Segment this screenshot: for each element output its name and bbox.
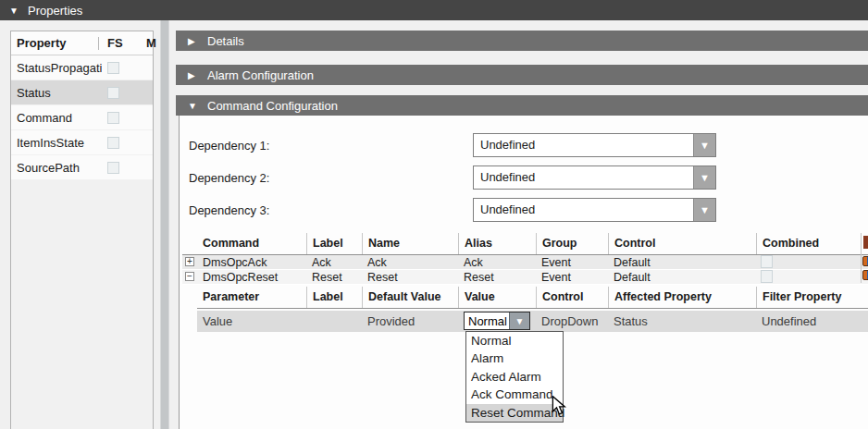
- column-header-property[interactable]: Property: [17, 36, 66, 50]
- dropdown-option-reset-command[interactable]: Reset Command: [466, 404, 563, 422]
- property-row-iteminsstate[interactable]: ItemInsState: [11, 130, 153, 155]
- command-table: Command Label Name Alias Group Control C…: [182, 233, 868, 285]
- property-table: Property FS M StatusPropagation Status C…: [10, 31, 154, 429]
- dropdown-arrow-button[interactable]: ▼: [509, 313, 529, 329]
- clipped-row-icon: [862, 256, 868, 266]
- cell-filter-property: Undefined: [756, 311, 862, 332]
- section-label: Command Configuration: [207, 99, 338, 113]
- cell-control: DropDown: [536, 311, 608, 332]
- dropdown-arrow-button[interactable]: ▼: [693, 166, 715, 189]
- property-row-sourcepath[interactable]: SourcePath: [11, 155, 153, 180]
- column-header-affected-property[interactable]: Affected Property: [608, 287, 756, 308]
- section-label: Alarm Configuration: [207, 68, 314, 82]
- dependency-1-combobox[interactable]: Undefined ▼: [473, 133, 716, 157]
- property-label: ItemInsState: [17, 136, 102, 150]
- column-header-default-value[interactable]: Default Value: [362, 287, 458, 308]
- cell-name: Ack: [362, 255, 458, 269]
- dependency-3-combobox[interactable]: Undefined ▼: [473, 198, 716, 222]
- dropdown-arrow-icon: ▼: [515, 316, 525, 326]
- expand-arrow-icon: ▶: [188, 36, 207, 46]
- cell-name: Reset: [362, 270, 458, 284]
- cell-control: Default: [608, 270, 756, 284]
- combined-checkbox[interactable]: [761, 255, 773, 268]
- collapse-arrow-icon: ▼: [188, 101, 207, 111]
- column-header-command[interactable]: Command: [197, 233, 306, 254]
- cell-command: DmsOpcReset: [197, 270, 306, 284]
- property-table-header: Property FS M: [11, 31, 153, 55]
- property-label: StatusPropagation: [17, 61, 102, 75]
- section-label: Details: [207, 34, 244, 48]
- command-configuration-panel: Dependency 1: Undefined ▼ Dependency 2: …: [179, 116, 868, 429]
- expand-arrow-icon: ▶: [188, 70, 207, 80]
- column-header-label[interactable]: Label: [306, 287, 362, 308]
- column-header-alias[interactable]: Alias: [458, 233, 536, 254]
- dropdown-option-alarm[interactable]: Alarm: [466, 349, 563, 367]
- cell-value: Normal ▼: [458, 311, 536, 332]
- property-row-command[interactable]: Command: [11, 105, 153, 130]
- dependency-1-label: Dependency 1:: [189, 139, 269, 153]
- command-row-dmsopcack[interactable]: + DmsOpcAck Ack Ack Ack Event Default: [182, 255, 868, 270]
- property-label: Command: [17, 111, 102, 125]
- cell-alias: Ack: [458, 255, 536, 269]
- dependency-1-value: Undefined: [480, 138, 535, 152]
- plus-expander-icon[interactable]: +: [185, 257, 194, 266]
- section-header-details[interactable]: ▶ Details: [176, 31, 868, 51]
- panel-splitter[interactable]: [160, 20, 169, 429]
- dropdown-option-normal[interactable]: Normal: [466, 332, 563, 349]
- dropdown-arrow-button[interactable]: ▼: [693, 199, 715, 221]
- dropdown-option-acked-alarm[interactable]: Acked Alarm: [466, 368, 563, 386]
- properties-window: ▼ Properties Property FS M StatusPropaga…: [0, 0, 868, 429]
- cell-control: Default: [608, 255, 756, 269]
- column-header-value[interactable]: Value: [458, 287, 536, 308]
- clipped-column-header-fragment: [863, 236, 868, 249]
- titlebar: ▼ Properties: [0, 0, 868, 20]
- dropdown-arrow-icon: ▼: [700, 140, 710, 151]
- column-header-m[interactable]: M: [146, 36, 156, 50]
- combined-checkbox[interactable]: [761, 270, 773, 283]
- command-row-dmsopcreset[interactable]: − DmsOpcReset Reset Reset Reset Event De…: [182, 270, 868, 285]
- column-header-label[interactable]: Label: [306, 233, 362, 254]
- column-header-fs[interactable]: FS: [107, 36, 123, 50]
- minus-expander-icon[interactable]: −: [185, 272, 194, 281]
- dropdown-option-ack-command[interactable]: Ack Command: [466, 386, 563, 403]
- cell-group: Event: [536, 270, 608, 284]
- cell-parameter: Value: [197, 311, 306, 332]
- dropdown-arrow-button[interactable]: ▼: [693, 134, 715, 156]
- property-row-statuspropagation[interactable]: StatusPropagation: [11, 55, 153, 80]
- column-header-name[interactable]: Name: [362, 233, 458, 254]
- cell-default-value: Provided: [362, 311, 458, 332]
- fs-checkbox[interactable]: [107, 87, 119, 99]
- dependency-2-combobox[interactable]: Undefined ▼: [473, 165, 716, 190]
- clipped-column-separator: [861, 233, 862, 283]
- cell-command: DmsOpcAck: [197, 255, 306, 269]
- window-title: Properties: [28, 4, 82, 18]
- column-header-control[interactable]: Control: [608, 233, 756, 254]
- section-header-command-configuration[interactable]: ▼ Command Configuration: [176, 95, 868, 116]
- fs-checkbox[interactable]: [107, 62, 119, 74]
- section-header-alarm-configuration[interactable]: ▶ Alarm Configuration: [176, 65, 868, 85]
- column-header-parameter[interactable]: Parameter: [197, 287, 306, 308]
- dependency-2-label: Dependency 2:: [189, 171, 269, 185]
- column-header-filter-property[interactable]: Filter Property: [756, 287, 862, 308]
- command-table-header: Command Label Name Alias Group Control C…: [182, 233, 868, 255]
- dependency-2-row: Dependency 2: Undefined ▼: [180, 165, 868, 190]
- column-header-group[interactable]: Group: [536, 233, 608, 254]
- dependency-1-row: Dependency 1: Undefined ▼: [180, 133, 868, 157]
- cell-alias: Reset: [458, 270, 536, 284]
- dependency-3-value: Undefined: [480, 202, 535, 216]
- property-label: Status: [17, 86, 102, 100]
- value-combobox[interactable]: Normal ▼: [464, 312, 530, 330]
- fs-checkbox[interactable]: [107, 137, 119, 149]
- parameter-table: Parameter Label Default Value Value Cont…: [197, 287, 868, 332]
- collapse-triangle-icon[interactable]: ▼: [9, 6, 28, 16]
- cell-label: Ack: [306, 255, 362, 269]
- fs-checkbox[interactable]: [107, 112, 119, 124]
- dropdown-arrow-icon: ▼: [700, 204, 710, 215]
- property-row-status[interactable]: Status: [11, 80, 153, 105]
- parameter-row-value[interactable]: Value Provided Normal ▼ DropDown Status …: [197, 311, 868, 332]
- fs-checkbox[interactable]: [107, 162, 119, 174]
- cell-group: Event: [536, 255, 608, 269]
- column-header-combined[interactable]: Combined: [756, 233, 862, 254]
- dependency-2-value: Undefined: [480, 170, 535, 184]
- column-header-control[interactable]: Control: [536, 287, 608, 308]
